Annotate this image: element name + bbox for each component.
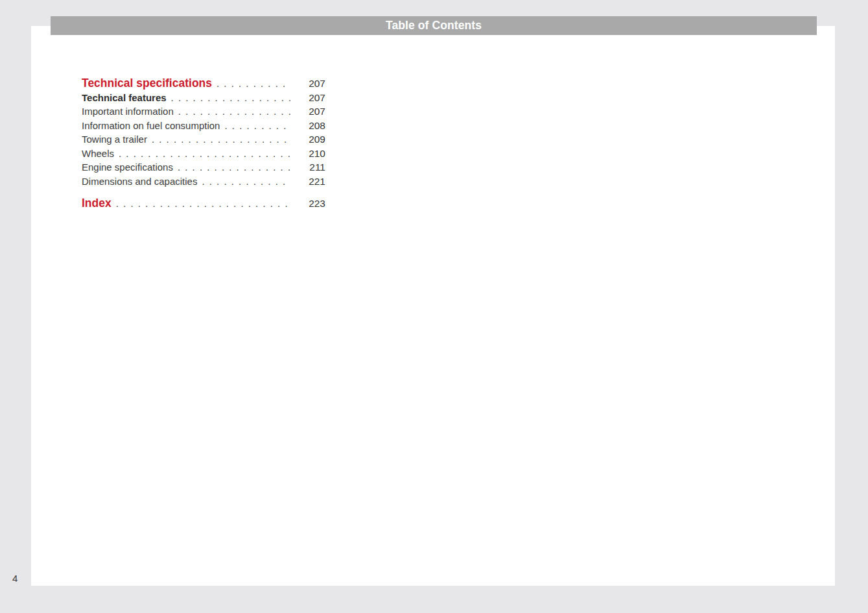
table-of-contents-list: Technical specifications 207 Technical f… bbox=[82, 77, 325, 211]
toc-entry: Technical features 207 bbox=[82, 92, 325, 106]
toc-entry-page-number: 223 bbox=[296, 198, 325, 210]
toc-entry-page-number: 208 bbox=[296, 120, 325, 132]
toc-entry-label: Towing a trailer bbox=[82, 134, 147, 145]
toc-entry-label: Dimensions and capacities bbox=[82, 176, 197, 187]
toc-entry-label: Important information bbox=[82, 106, 174, 117]
toc-entry: Engine specifications 211 bbox=[82, 162, 325, 176]
toc-entry-label: Information on fuel consumption bbox=[82, 120, 220, 131]
page-title: Table of Contents bbox=[386, 19, 482, 32]
toc-dot-leader bbox=[217, 78, 290, 89]
toc-entry: Technical specifications 207 bbox=[82, 77, 325, 92]
toc-dot-leader bbox=[178, 162, 290, 173]
toc-entry-page-number: 211 bbox=[296, 162, 325, 173]
toc-entry-page-number: 207 bbox=[296, 106, 325, 117]
toc-dot-leader bbox=[178, 106, 290, 117]
toc-dot-leader bbox=[152, 134, 290, 145]
toc-entry-page-number: 209 bbox=[296, 134, 325, 145]
toc-entry: Towing a trailer 209 bbox=[82, 134, 325, 148]
toc-entry: Index 223 bbox=[82, 197, 325, 212]
toc-dot-leader bbox=[171, 92, 290, 103]
toc-dot-leader bbox=[116, 198, 290, 209]
toc-entry-label: Technical features bbox=[82, 92, 167, 103]
toc-dot-leader bbox=[119, 148, 290, 159]
toc-dot-leader bbox=[202, 176, 290, 187]
toc-entry-label: Engine specifications bbox=[82, 162, 173, 173]
document-page: Technical specifications 207 Technical f… bbox=[31, 26, 835, 586]
section-header-bar: Table of Contents bbox=[51, 16, 817, 35]
toc-dot-leader bbox=[224, 120, 290, 131]
toc-entry: Important information 207 bbox=[82, 106, 325, 120]
toc-entry: Information on fuel consumption 208 bbox=[82, 120, 325, 134]
toc-entry-page-number: 207 bbox=[296, 78, 325, 90]
toc-entry: Dimensions and capacities 221 bbox=[82, 176, 325, 190]
toc-entry-page-number: 221 bbox=[296, 176, 325, 187]
toc-entry: Wheels 210 bbox=[82, 148, 325, 162]
toc-entry-label: Wheels bbox=[82, 148, 114, 159]
folio-page-number: 4 bbox=[12, 573, 18, 584]
toc-entry-page-number: 210 bbox=[296, 148, 325, 160]
toc-entry-label: Technical specifications bbox=[82, 77, 212, 90]
toc-entry-page-number: 207 bbox=[296, 92, 325, 104]
toc-entry-label: Index bbox=[82, 197, 111, 210]
